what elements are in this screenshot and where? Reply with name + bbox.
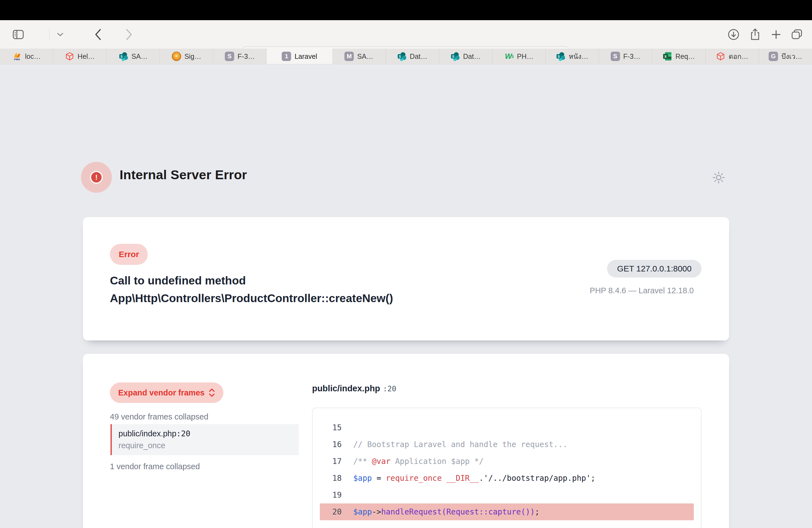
laravel-icon	[716, 52, 725, 61]
line-number: 15	[313, 423, 342, 432]
sidebar-toggle-button[interactable]	[11, 20, 25, 48]
browser-tab-2[interactable]: Hel…	[53, 48, 106, 64]
code-text: // Bootstrap Laravel and handle the requ…	[353, 440, 567, 449]
sharepoint-icon-wrap: S	[450, 52, 460, 61]
browser-tab-13[interactable]: XReq…	[652, 48, 706, 64]
expand-vendor-frames-button[interactable]: Expand vendor frames	[110, 382, 223, 403]
stack-frame-file: public/index.php:20	[118, 429, 299, 438]
browser-tab-12[interactable]: SF-3…	[599, 48, 652, 64]
stack-frame-function: require_once	[118, 441, 299, 450]
plus-icon	[771, 29, 781, 40]
sharepoint-icon-wrap: S	[556, 52, 565, 61]
error-message: Call to undefined method App\Http\Contro…	[110, 272, 552, 307]
phpmyadmin-icon: PMA	[12, 52, 22, 61]
svg-text:PMA: PMA	[14, 58, 20, 61]
browser-tab-14[interactable]: ดอก…	[706, 48, 759, 64]
php-laravel-versions: PHP 8.4.6 — Laravel 12.18.0	[590, 286, 694, 295]
tab-favicon-badge: M	[344, 52, 354, 61]
menu-bar	[0, 0, 812, 20]
exclamation-icon: !	[90, 171, 103, 184]
tab-label: Dat…	[463, 53, 481, 60]
browser-tab-8[interactable]: SDat…	[386, 48, 439, 64]
sharepoint-icon: S	[119, 52, 128, 61]
code-text: /** @var Application $app */	[353, 457, 483, 466]
new-tab-button[interactable]	[768, 20, 784, 48]
browser-toolbar: 127.0.0.1 A 文	[0, 20, 812, 48]
chevron-down-icon	[57, 32, 64, 37]
browser-tab-10[interactable]: W3PH…	[492, 48, 546, 64]
browser-tab-4[interactable]: Sig…	[160, 48, 213, 64]
w3schools-icon: W3	[504, 52, 514, 61]
code-text: $app = require_once __DIR__.'/../bootstr…	[353, 474, 595, 483]
line-number: 17	[313, 457, 342, 466]
vendor-frames-collapsed-above: 49 vendor frames collapsed	[110, 412, 208, 421]
theme-toggle-button[interactable]	[712, 171, 725, 184]
error-alert-icon: !	[81, 162, 112, 193]
downloads-button[interactable]	[726, 20, 741, 48]
line-number: 19	[313, 490, 342, 500]
browser-tab-3[interactable]: SSA…	[106, 48, 160, 64]
excel-icon-wrap: X	[663, 52, 672, 61]
sharepoint-icon-wrap: S	[119, 52, 128, 61]
tab-favicon-badge: S	[611, 52, 620, 61]
stack-frame-item[interactable]: public/index.php:20 require_once	[111, 424, 299, 455]
error-page: ! Internal Server Error Error Call to un…	[0, 64, 812, 528]
forward-button[interactable]	[122, 20, 136, 48]
tab-overview-icon	[791, 29, 803, 40]
pma-icon-wrap: PMA	[12, 52, 22, 61]
tab-strip: PMAloc…Hel…SSA…Sig…SF-3…1LaravelMSA…SDat…	[0, 48, 812, 64]
browser-tab-9[interactable]: SDat…	[439, 48, 492, 64]
tab-label: F-3…	[623, 53, 641, 60]
code-text: $app->handleRequest(Request::capture());	[353, 507, 539, 516]
tab-overview-button[interactable]	[789, 20, 805, 48]
download-icon	[727, 28, 740, 41]
tab-label: Laravel	[294, 53, 317, 60]
error-type-badge: Error	[110, 244, 148, 265]
share-button[interactable]	[748, 20, 763, 48]
tab-label: Hel…	[77, 53, 95, 60]
tab-label: ดอก…	[729, 51, 748, 62]
svg-text:S: S	[452, 55, 454, 59]
sharepoint-icon: S	[397, 52, 407, 61]
expand-vendor-frames-label: Expand vendor frames	[118, 388, 205, 397]
code-line-15: 15	[313, 419, 701, 436]
sidebar-dropdown-button[interactable]	[54, 20, 66, 48]
seal-icon	[172, 52, 181, 61]
back-button[interactable]	[91, 20, 105, 48]
code-line-18: 18$app = require_once __DIR__.'/../boots…	[313, 470, 701, 487]
browser-tab-15[interactable]: Gบึงเว…	[759, 48, 812, 64]
svg-text:S: S	[557, 55, 560, 59]
sun-icon	[713, 172, 725, 184]
stack-frame-line: :20	[176, 429, 191, 438]
tab-favicon-badge: 1	[282, 52, 291, 61]
tab-favicon-badge: S	[225, 52, 234, 61]
code-file-name: public/index.php	[312, 384, 380, 393]
code-file-line: :20	[383, 384, 396, 393]
toolbar-separator	[49, 29, 49, 40]
tab-label: Sig…	[185, 53, 201, 60]
vendor-frames-collapsed-below: 1 vendor frame collapsed	[110, 462, 200, 471]
code-line-19: 19	[313, 487, 701, 503]
sharepoint-icon: S	[450, 52, 460, 61]
code-line-17: 17/** @var Application $app */	[313, 453, 701, 470]
error-summary-card: Error Call to undefined method App\Http\…	[83, 217, 729, 340]
tab-label: หนัง…	[569, 51, 588, 62]
sharepoint-icon-wrap: S	[397, 52, 407, 61]
browser-tab-11[interactable]: Sหนัง…	[546, 48, 599, 64]
browser-tab-1[interactable]: PMAloc…	[0, 48, 53, 64]
browser-tab-5[interactable]: SF-3…	[213, 48, 266, 64]
browser-tab-6-active[interactable]: 1Laravel	[266, 48, 332, 64]
tab-label: Dat…	[410, 53, 427, 60]
code-snippet: 1516// Bootstrap Laravel and handle the …	[312, 408, 701, 528]
tab-favicon-badge: G	[769, 52, 778, 61]
svg-text:S: S	[399, 55, 401, 59]
laravel-icon	[65, 52, 74, 61]
browser-tab-7[interactable]: MSA…	[332, 48, 386, 64]
tab-label: Req…	[675, 53, 695, 60]
laravel-icon-wrap	[65, 52, 74, 61]
tab-label: SA…	[357, 53, 373, 60]
request-method-badge: GET 127.0.0.1:8000	[607, 260, 701, 278]
share-icon	[750, 28, 760, 41]
tab-label: บึงเว…	[781, 51, 802, 62]
sidebar-icon	[12, 29, 24, 40]
